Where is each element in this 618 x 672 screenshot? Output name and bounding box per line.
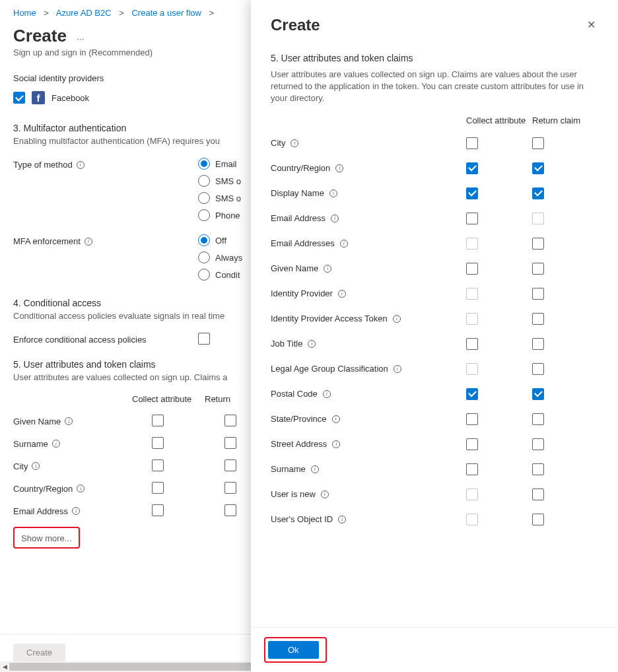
info-icon[interactable] [331, 215, 339, 222]
table-row: Identity Provider Access Token [271, 313, 598, 325]
mfa-type-radio[interactable] [198, 158, 210, 170]
info-icon[interactable] [338, 516, 346, 523]
info-icon[interactable] [65, 417, 73, 425]
info-icon[interactable] [308, 340, 316, 348]
info-icon[interactable] [324, 265, 331, 273]
mfa-enforce-radio-group: OffAlwaysCondit [198, 234, 242, 281]
cond-checkbox[interactable] [198, 333, 210, 345]
provider-facebook-checkbox[interactable] [13, 92, 25, 104]
collect-checkbox[interactable] [466, 438, 478, 450]
mfa-enforce-radio[interactable] [198, 269, 210, 281]
info-icon[interactable] [291, 139, 298, 147]
mfa-type-radio[interactable] [198, 175, 210, 187]
info-icon[interactable] [32, 462, 40, 470]
flyout-footer: Ok [251, 627, 618, 672]
ok-button[interactable]: Ok [268, 641, 319, 659]
info-icon[interactable] [77, 485, 85, 492]
collect-checkbox[interactable] [466, 338, 478, 350]
collect-checkbox [466, 313, 478, 325]
mfa-enforce-radio[interactable] [198, 234, 210, 246]
collect-checkbox[interactable] [152, 415, 164, 426]
show-more-link[interactable]: Show more... [17, 531, 76, 546]
collect-checkbox[interactable] [152, 482, 164, 494]
collect-checkbox[interactable] [466, 213, 478, 224]
attr-name-label: Identity Provider [271, 288, 333, 298]
collect-checkbox [466, 238, 478, 250]
collect-checkbox [466, 488, 478, 500]
mfa-type-radio[interactable] [198, 192, 210, 204]
return-checkbox[interactable] [532, 137, 544, 149]
collect-checkbox[interactable] [152, 504, 164, 516]
collect-checkbox [466, 514, 478, 525]
return-checkbox[interactable] [532, 388, 544, 400]
mfa-type-radio[interactable] [198, 209, 210, 221]
return-checkbox[interactable] [532, 238, 544, 250]
mfa-enforce-option-label: Always [215, 253, 242, 263]
return-checkbox[interactable] [532, 413, 544, 425]
info-icon[interactable] [335, 164, 343, 172]
breadcrumb-link-userflow[interactable]: Create a user flow [131, 8, 201, 18]
collect-checkbox [466, 288, 478, 300]
info-icon[interactable] [52, 440, 60, 448]
collect-checkbox [466, 363, 478, 375]
collect-checkbox[interactable] [466, 413, 478, 425]
info-icon[interactable] [340, 240, 348, 248]
return-checkbox[interactable] [224, 415, 236, 426]
info-icon[interactable] [311, 465, 319, 473]
attr-name-label: Country/Region [13, 484, 73, 494]
return-checkbox[interactable] [224, 437, 236, 449]
collect-checkbox[interactable] [466, 187, 478, 199]
collect-checkbox[interactable] [466, 162, 478, 174]
create-button[interactable]: Create [13, 644, 65, 661]
return-checkbox[interactable] [532, 288, 544, 300]
info-icon[interactable] [332, 415, 340, 423]
return-checkbox[interactable] [532, 514, 544, 525]
attr-name-label: Legal Age Group Classification [271, 364, 388, 374]
info-icon[interactable] [338, 290, 346, 298]
info-icon[interactable] [329, 189, 337, 197]
return-checkbox[interactable] [532, 187, 544, 199]
table-row: Legal Age Group Classification [271, 363, 598, 375]
return-checkbox[interactable] [532, 162, 544, 174]
return-checkbox[interactable] [224, 482, 236, 494]
info-icon[interactable] [323, 390, 331, 398]
return-checkbox[interactable] [532, 363, 544, 375]
info-icon[interactable] [77, 161, 85, 169]
mfa-enforce-option-label: Off [215, 236, 226, 246]
attr-name-label: Surname [271, 464, 306, 474]
more-menu-icon[interactable]: ··· [77, 34, 85, 44]
page-title: Create [13, 26, 67, 46]
mfa-enforce-radio[interactable] [198, 252, 210, 263]
attr-name-label: Identity Provider Access Token [271, 314, 388, 323]
collect-checkbox[interactable] [466, 263, 478, 275]
info-icon[interactable] [393, 315, 401, 323]
info-icon[interactable] [394, 365, 401, 373]
return-checkbox[interactable] [532, 263, 544, 275]
return-checkbox[interactable] [532, 313, 544, 325]
attr-name-label: City [13, 461, 28, 471]
attr-name-label: Country/Region [271, 163, 330, 173]
collect-checkbox[interactable] [152, 437, 164, 449]
return-checkbox[interactable] [224, 504, 236, 516]
close-icon[interactable]: ✕ [584, 16, 598, 34]
mfa-enforce-option-label: Condit [215, 270, 240, 280]
return-checkbox[interactable] [532, 338, 544, 350]
attr-name-label: User's Object ID [271, 514, 333, 524]
breadcrumb-link-b2c[interactable]: Azure AD B2C [56, 8, 112, 18]
return-checkbox[interactable] [224, 459, 236, 471]
return-checkbox[interactable] [532, 438, 544, 450]
info-icon[interactable] [72, 507, 80, 515]
collect-checkbox[interactable] [466, 137, 478, 149]
breadcrumb-link-home[interactable]: Home [13, 8, 36, 18]
return-checkbox[interactable] [532, 463, 544, 475]
collect-checkbox[interactable] [152, 459, 164, 471]
return-checkbox[interactable] [532, 488, 544, 500]
collect-checkbox[interactable] [466, 463, 478, 475]
info-icon[interactable] [332, 440, 340, 448]
cond-checkbox-label: Enforce conditional access policies [13, 335, 147, 345]
info-icon[interactable] [85, 238, 92, 246]
attr-name-label: State/Province [271, 414, 327, 424]
info-icon[interactable] [321, 490, 329, 498]
attr-name-label: Postal Code [271, 389, 318, 399]
collect-checkbox[interactable] [466, 388, 478, 400]
